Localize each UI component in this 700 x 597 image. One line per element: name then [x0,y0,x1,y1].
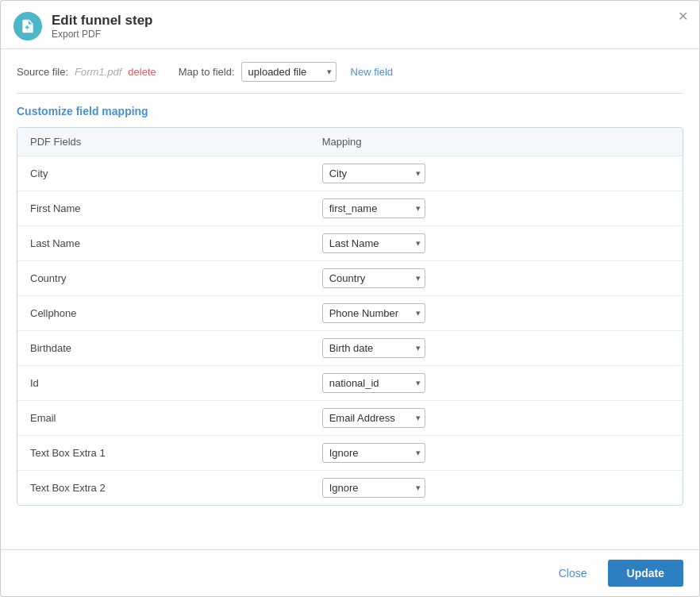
dialog-title: Edit funnel step [52,13,153,29]
delete-link[interactable]: delete [128,66,156,78]
mapping-select-wrapper: Country▾ [322,268,425,288]
mapping-select-wrapper: Ignore▾ [322,478,425,498]
table-row: Idnational_id▾ [17,366,683,401]
mapping-select-7[interactable]: Email Address [322,408,425,428]
mapping-cell: Email Address▾ [310,401,683,436]
mapping-select-6[interactable]: national_id [322,373,425,393]
close-icon-button[interactable]: ✕ [678,10,688,23]
mapping-table-wrapper: PDF Fields Mapping CityCity▾First Namefi… [17,127,683,506]
pdf-field-cell: Text Box Extra 2 [17,471,310,506]
mapping-select-wrapper: Email Address▾ [322,408,425,428]
edit-funnel-step-dialog: Edit funnel step Export PDF ✕ Source fil… [0,0,700,597]
dialog-title-block: Edit funnel step Export PDF [52,13,153,40]
pdf-field-cell: Country [17,261,310,296]
dialog-footer: Close Update [1,549,699,596]
mapping-select-wrapper: Ignore▾ [322,443,425,463]
col-header-mapping: Mapping [310,128,683,156]
table-header-row: PDF Fields Mapping [17,128,683,156]
close-icon: ✕ [678,10,688,23]
pdf-field-cell: City [17,156,310,191]
close-button[interactable]: Close [546,560,600,586]
dialog-subtitle: Export PDF [52,29,153,40]
dialog-body: Source file: Form1.pdf delete Map to fie… [1,49,699,549]
mapping-select-4[interactable]: Phone Number [322,303,425,323]
mapping-cell: Country▾ [310,261,683,296]
dialog-header: Edit funnel step Export PDF ✕ [1,1,699,49]
mapping-cell: Last Name▾ [310,226,683,261]
new-field-link[interactable]: New field [351,66,393,78]
source-file-label: Source file: [17,66,68,78]
mapping-select-wrapper: national_id▾ [322,373,425,393]
table-row: CityCity▾ [17,156,683,191]
export-pdf-icon [20,18,36,34]
mapping-select-wrapper: Last Name▾ [322,233,425,253]
mapping-select-3[interactable]: Country [322,268,425,288]
table-row: Text Box Extra 2Ignore▾ [17,471,683,506]
mapping-cell: first_name▾ [310,191,683,226]
table-row: Text Box Extra 1Ignore▾ [17,436,683,471]
section-title: Customize field mapping [17,105,683,117]
mapping-select-5[interactable]: Birth date [322,338,425,358]
mapping-select-2[interactable]: Last Name [322,233,425,253]
table-row: First Namefirst_name▾ [17,191,683,226]
mapping-select-wrapper: first_name▾ [322,198,425,218]
mapping-select-1[interactable]: first_name [322,198,425,218]
pdf-field-cell: Email [17,401,310,436]
update-button[interactable]: Update [608,560,683,587]
table-row: Last NameLast Name▾ [17,226,683,261]
table-row: CountryCountry▾ [17,261,683,296]
col-header-pdf-fields: PDF Fields [17,128,310,156]
mapping-cell: Birth date▾ [310,331,683,366]
map-to-field-select[interactable]: uploaded file [241,62,337,82]
pdf-field-cell: Id [17,366,310,401]
table-row: EmailEmail Address▾ [17,401,683,436]
mapping-cell: City▾ [310,156,683,191]
mapping-select-9[interactable]: Ignore [322,478,425,498]
table-row: CellphonePhone Number▾ [17,296,683,331]
mapping-select-wrapper: Phone Number▾ [322,303,425,323]
source-filename: Form1.pdf [75,66,121,78]
mapping-cell: Ignore▾ [310,471,683,506]
mapping-select-wrapper: Birth date▾ [322,338,425,358]
pdf-field-cell: Text Box Extra 1 [17,436,310,471]
mapping-table: PDF Fields Mapping CityCity▾First Namefi… [17,128,683,505]
map-to-field-label: Map to field: [179,66,235,78]
mapping-select-8[interactable]: Ignore [322,443,425,463]
pdf-field-cell: First Name [17,191,310,226]
source-row: Source file: Form1.pdf delete Map to fie… [17,62,683,82]
mapping-select-0[interactable]: City [322,164,425,183]
dialog-icon [13,12,42,40]
table-row: BirthdateBirth date▾ [17,331,683,366]
header-divider [17,93,683,94]
pdf-field-cell: Last Name [17,226,310,261]
mapping-select-wrapper: City▾ [322,164,425,183]
pdf-field-cell: Cellphone [17,296,310,331]
mapping-cell: Phone Number▾ [310,296,683,331]
map-to-field-select-wrapper: uploaded file ▾ [241,62,337,82]
mapping-cell: Ignore▾ [310,436,683,471]
mapping-cell: national_id▾ [310,366,683,401]
pdf-field-cell: Birthdate [17,331,310,366]
